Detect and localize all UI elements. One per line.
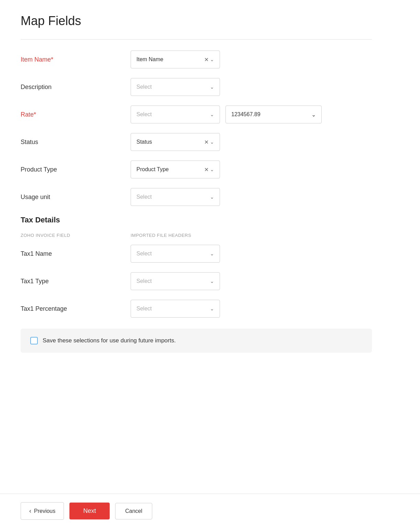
select-product-type[interactable]: Product Type ✕ ⌄ xyxy=(131,161,220,178)
cancel-label: Cancel xyxy=(125,508,142,514)
select-rate-secondary[interactable]: 1234567.89 ⌄ xyxy=(225,106,322,123)
controls-item-name: Item Name ✕ ⌄ xyxy=(131,51,372,68)
select-usage-unit-inner: Select xyxy=(136,194,210,200)
controls-tax1-name: Select ⌄ xyxy=(131,245,372,263)
label-tax1-type: Tax1 Type xyxy=(21,278,131,285)
chevron-tax1-type-icon: ⌄ xyxy=(210,278,214,284)
select-usage-unit[interactable]: Select ⌄ xyxy=(131,188,220,206)
column-headers: ZOHO INVOICE FIELD IMPORTED FILE HEADERS xyxy=(21,233,372,238)
previous-button[interactable]: ‹ Previous xyxy=(21,502,64,520)
controls-description: Select ⌄ xyxy=(131,78,372,96)
next-button[interactable]: Next xyxy=(69,503,110,519)
controls-usage-unit: Select ⌄ xyxy=(131,188,372,206)
field-row-description: Description Select ⌄ xyxy=(21,78,372,96)
select-rate[interactable]: Select ⌄ xyxy=(131,106,220,123)
select-item-name-value: Item Name xyxy=(136,56,163,63)
chevron-tax1-name-icon: ⌄ xyxy=(210,251,214,256)
clear-product-type-icon[interactable]: ✕ xyxy=(204,166,209,173)
select-status-inner: Status xyxy=(136,139,204,145)
controls-tax1-type: Select ⌄ xyxy=(131,272,372,290)
select-tax1-name-placeholder: Select xyxy=(136,251,152,257)
save-label: Save these selections for use during fut… xyxy=(43,337,176,344)
label-tax1-percentage: Tax1 Percentage xyxy=(21,305,131,312)
label-status: Status xyxy=(21,139,131,146)
field-row-status: Status Status ✕ ⌄ xyxy=(21,133,372,151)
label-product-type: Product Type xyxy=(21,166,131,173)
controls-product-type: Product Type ✕ ⌄ xyxy=(131,161,372,178)
field-row-tax1-percentage: Tax1 Percentage Select ⌄ xyxy=(21,300,372,318)
label-description: Description xyxy=(21,84,131,91)
label-item-name: Item Name* xyxy=(21,56,131,63)
field-row-tax1-type: Tax1 Type Select ⌄ xyxy=(21,272,372,290)
chevron-product-type-icon: ⌄ xyxy=(210,167,214,172)
select-rate-placeholder: Select xyxy=(136,111,152,118)
select-item-name[interactable]: Item Name ✕ ⌄ xyxy=(131,51,220,68)
select-tax1-percentage[interactable]: Select ⌄ xyxy=(131,300,220,318)
field-row-item-name: Item Name* Item Name ✕ ⌄ xyxy=(21,51,372,68)
footer: ‹ Previous Next Cancel xyxy=(0,494,420,528)
select-rate-inner: Select xyxy=(136,111,210,118)
select-tax1-type-inner: Select xyxy=(136,278,210,284)
tax-section: Tax Details ZOHO INVOICE FIELD IMPORTED … xyxy=(21,216,372,318)
next-label: Next xyxy=(83,507,96,514)
controls-tax1-percentage: Select ⌄ xyxy=(131,300,372,318)
col-header-right: IMPORTED FILE HEADERS xyxy=(131,233,372,238)
controls-status: Status ✕ ⌄ xyxy=(131,133,372,151)
cancel-button[interactable]: Cancel xyxy=(115,503,152,519)
tax-section-title: Tax Details xyxy=(21,216,372,224)
chevron-usage-unit-icon: ⌄ xyxy=(210,194,214,200)
chevron-rate-icon: ⌄ xyxy=(210,112,214,117)
label-tax1-name: Tax1 Name xyxy=(21,250,131,257)
select-tax1-name[interactable]: Select ⌄ xyxy=(131,245,220,263)
select-tax1-name-inner: Select xyxy=(136,251,210,257)
select-usage-unit-placeholder: Select xyxy=(136,194,152,200)
select-product-type-value: Product Type xyxy=(136,166,169,173)
field-row-rate: Rate* Select ⌄ 1234567.89 ⌄ xyxy=(21,106,372,123)
chevron-tax1-percentage-icon: ⌄ xyxy=(210,306,214,311)
col-header-left: ZOHO INVOICE FIELD xyxy=(21,233,131,238)
chevron-description-icon: ⌄ xyxy=(210,84,214,90)
select-description-inner: Select xyxy=(136,84,210,90)
select-rate-secondary-value: 1234567.89 xyxy=(231,111,261,118)
select-item-name-inner: Item Name xyxy=(136,56,204,63)
content-area: Map Fields Item Name* Item Name ✕ ⌄ Desc… xyxy=(0,0,420,494)
clear-status-icon[interactable]: ✕ xyxy=(204,139,209,145)
page-title: Map Fields xyxy=(21,14,372,28)
select-tax1-type[interactable]: Select ⌄ xyxy=(131,272,220,290)
controls-rate: Select ⌄ 1234567.89 ⌄ xyxy=(131,106,372,123)
label-rate: Rate* xyxy=(21,111,131,118)
select-description[interactable]: Select ⌄ xyxy=(131,78,220,96)
select-tax1-type-placeholder: Select xyxy=(136,278,152,284)
previous-label: Previous xyxy=(34,508,55,514)
select-tax1-percentage-placeholder: Select xyxy=(136,306,152,312)
top-divider xyxy=(21,39,372,40)
chevron-rate-secondary-icon: ⌄ xyxy=(311,111,316,118)
chevron-item-name-icon: ⌄ xyxy=(210,57,214,62)
field-row-tax1-name: Tax1 Name Select ⌄ xyxy=(21,245,372,263)
save-checkbox-bar: Save these selections for use during fut… xyxy=(21,329,372,353)
field-row-usage-unit: Usage unit Select ⌄ xyxy=(21,188,372,206)
select-status[interactable]: Status ✕ ⌄ xyxy=(131,133,220,151)
select-product-type-inner: Product Type xyxy=(136,166,204,173)
select-description-placeholder: Select xyxy=(136,84,152,90)
chevron-left-icon: ‹ xyxy=(29,507,31,515)
label-usage-unit: Usage unit xyxy=(21,194,131,201)
field-row-product-type: Product Type Product Type ✕ ⌄ xyxy=(21,161,372,178)
page-container: Map Fields Item Name* Item Name ✕ ⌄ Desc… xyxy=(0,0,420,528)
chevron-status-icon: ⌄ xyxy=(210,139,214,145)
select-status-value: Status xyxy=(136,139,152,145)
clear-item-name-icon[interactable]: ✕ xyxy=(204,56,209,63)
select-tax1-percentage-inner: Select xyxy=(136,306,210,312)
save-checkbox[interactable] xyxy=(30,337,38,344)
